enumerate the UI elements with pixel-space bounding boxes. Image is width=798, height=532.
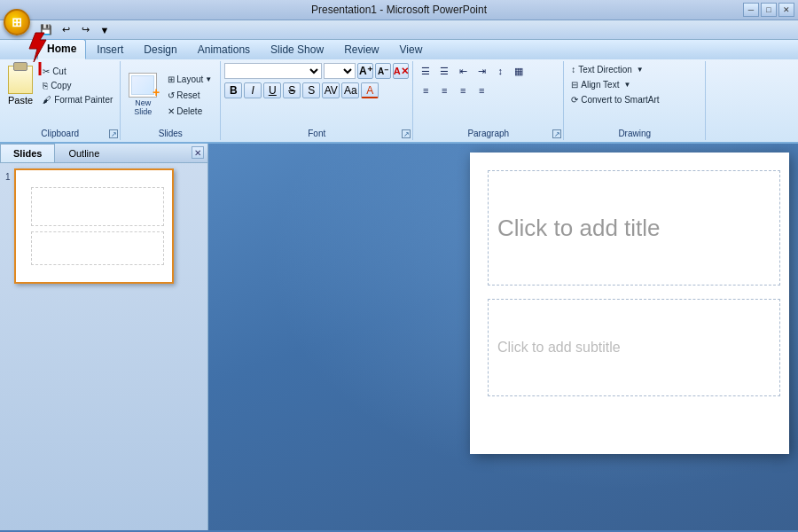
numbering-button[interactable]: ☰	[435, 63, 453, 79]
delete-icon: ✕	[168, 106, 175, 116]
new-slide-icon	[129, 73, 157, 98]
tab-design[interactable]: Design	[134, 40, 186, 59]
slide-canvas[interactable]: Click to add title Click to add subtitle	[470, 153, 789, 454]
align-left-button[interactable]: ≡	[417, 82, 434, 98]
convert-icon: ⟳	[571, 95, 578, 105]
slides-label: Slides	[121, 129, 220, 138]
align-text-button[interactable]: ⊟ Align Text ▼	[567, 78, 634, 91]
clipboard-small-buttons: ✂ Cut ⎘ Copy 🖌 Format Painter	[39, 65, 116, 106]
text-direction-icon: ↕	[571, 65, 575, 74]
paste-button[interactable]: Paste	[4, 63, 37, 108]
font-family-select[interactable]	[224, 63, 322, 79]
copy-button[interactable]: ⎘ Copy	[39, 79, 116, 92]
drawing-group: ↕ Text Direction ▼ ⊟ Align Text ▼ ⟳ Conv…	[564, 61, 706, 140]
align-right-button[interactable]: ≡	[454, 82, 472, 98]
reset-button[interactable]: ↺ Reset	[163, 88, 216, 103]
paste-label: Paste	[8, 95, 33, 106]
font-expand[interactable]: ↗	[402, 129, 411, 138]
shadow-button[interactable]: S	[302, 82, 320, 98]
close-button[interactable]: ✕	[778, 3, 794, 17]
qat-undo[interactable]: ↩	[57, 22, 74, 38]
qat-save[interactable]: 💾	[37, 22, 55, 38]
tab-slideshow[interactable]: Slide Show	[261, 40, 333, 59]
sidebar-tab-slides[interactable]: Slides	[0, 144, 55, 162]
quick-access-toolbar: 💾 ↩ ↪ ▼	[0, 20, 798, 40]
font-group: A⁺ A⁻ A✕ B I U S S AV Aa A Font ↗	[221, 61, 413, 140]
new-slide-button[interactable]: New Slide	[124, 70, 161, 119]
slide-canvas-area: Click to add title Click to add subtitle	[208, 144, 798, 530]
cut-icon: ✂	[43, 66, 50, 76]
minimize-button[interactable]: ─	[743, 3, 759, 17]
underline-button[interactable]: U	[263, 82, 281, 98]
tab-insert[interactable]: Insert	[87, 40, 133, 59]
sidebar-tab-outline[interactable]: Outline	[55, 144, 113, 162]
slide-subtitle-box[interactable]: Click to add subtitle	[488, 299, 780, 396]
italic-button[interactable]: I	[244, 82, 262, 98]
sidebar-tab-bar: Slides Outline ✕	[0, 144, 207, 163]
new-slide-label: New	[135, 98, 151, 107]
align-text-icon: ⊟	[571, 80, 578, 90]
tab-view[interactable]: View	[390, 40, 433, 59]
qat-dropdown[interactable]: ▼	[96, 22, 113, 38]
slide-title-placeholder: Click to add title	[497, 215, 661, 242]
bullets-button[interactable]: ☰	[417, 63, 434, 79]
title-bar: ⊞ Presentation1 - Microsoft PowerPoint ─…	[0, 0, 798, 20]
paragraph-group: ☰ ☰ ⇤ ⇥ ↕ ▦ ≡ ≡ ≡ ≡ Paragraph ↗	[413, 61, 564, 140]
reset-icon: ↺	[168, 90, 175, 100]
align-center-button[interactable]: ≡	[435, 82, 453, 98]
layout-button[interactable]: ⊞ Layout ▼	[163, 72, 216, 87]
slides-group: New Slide ⊞ Layout ▼ ↺ Reset ✕ Delete	[121, 61, 221, 140]
columns-button[interactable]: ▦	[510, 63, 528, 79]
clipboard-group: Paste ✂ Cut ⎘ Copy 🖌 Format Painter Clip…	[0, 61, 121, 140]
slide-thumbnail[interactable]	[14, 168, 174, 284]
text-direction-button[interactable]: ↕ Text Direction ▼	[567, 63, 647, 76]
office-logo: ⊞	[12, 15, 22, 29]
maximize-button[interactable]: □	[761, 3, 777, 17]
increase-indent-button[interactable]: ⇥	[473, 63, 490, 79]
drawing-label: Drawing	[564, 129, 705, 138]
convert-smartart-button[interactable]: ⟳ Convert to SmartArt	[567, 93, 662, 106]
copy-icon: ⎘	[43, 81, 48, 90]
font-color-button[interactable]: A	[361, 82, 379, 98]
slide-small-buttons: ⊞ Layout ▼ ↺ Reset ✕ Delete	[163, 72, 216, 119]
office-button[interactable]: ⊞	[4, 9, 30, 35]
layout-icon: ⊞	[168, 74, 175, 84]
window-title: Presentation1 - Microsoft PowerPoint	[311, 4, 487, 16]
main-area: Slides Outline ✕ 1 Click to add title	[0, 144, 798, 530]
format-painter-icon: 🖌	[43, 95, 51, 105]
sidebar-content: 1	[0, 163, 207, 530]
tab-animations[interactable]: Animations	[188, 40, 260, 59]
clear-formatting-button[interactable]: A✕	[393, 63, 409, 79]
cut-button[interactable]: ✂ Cut	[39, 65, 116, 78]
character-spacing-button[interactable]: AV	[322, 82, 340, 98]
sidebar-close-button[interactable]: ✕	[192, 146, 204, 159]
font-size-select[interactable]	[324, 63, 356, 79]
strikethrough-button[interactable]: S	[283, 82, 301, 98]
format-painter-button[interactable]: 🖌 Format Painter	[39, 93, 116, 106]
change-case-button[interactable]: Aa	[341, 82, 359, 98]
delete-button[interactable]: ✕ Delete	[163, 104, 216, 119]
font-shrink-button[interactable]: A⁻	[375, 63, 391, 79]
slide-thumbnail-container: 1	[5, 168, 202, 284]
ribbon-tab-bar: Home Insert Design Animations Slide Show…	[0, 40, 798, 59]
tab-review[interactable]: Review	[334, 40, 388, 59]
new-slide-label2: Slide	[134, 107, 152, 116]
font-grow-button[interactable]: A⁺	[357, 63, 373, 79]
ribbon: Paste ✂ Cut ⎘ Copy 🖌 Format Painter Clip…	[0, 59, 798, 144]
paragraph-label: Paragraph	[413, 129, 563, 138]
sidebar: Slides Outline ✕ 1	[0, 144, 208, 530]
line-spacing-button[interactable]: ↕	[491, 63, 509, 79]
paragraph-expand[interactable]: ↗	[552, 129, 561, 138]
align-text-dropdown-icon: ▼	[623, 81, 630, 89]
clipboard-expand[interactable]: ↗	[109, 129, 118, 138]
slide-number: 1	[5, 172, 11, 182]
window-controls: ─ □ ✕	[743, 3, 794, 17]
slide-subtitle-placeholder: Click to add subtitle	[497, 340, 621, 356]
qat-redo[interactable]: ↪	[76, 22, 94, 38]
tab-home[interactable]: Home	[37, 39, 86, 59]
justify-button[interactable]: ≡	[473, 82, 490, 98]
slide-title-box[interactable]: Click to add title	[488, 170, 780, 286]
clipboard-label: Clipboard	[0, 129, 120, 138]
bold-button[interactable]: B	[224, 82, 242, 98]
decrease-indent-button[interactable]: ⇤	[454, 63, 472, 79]
